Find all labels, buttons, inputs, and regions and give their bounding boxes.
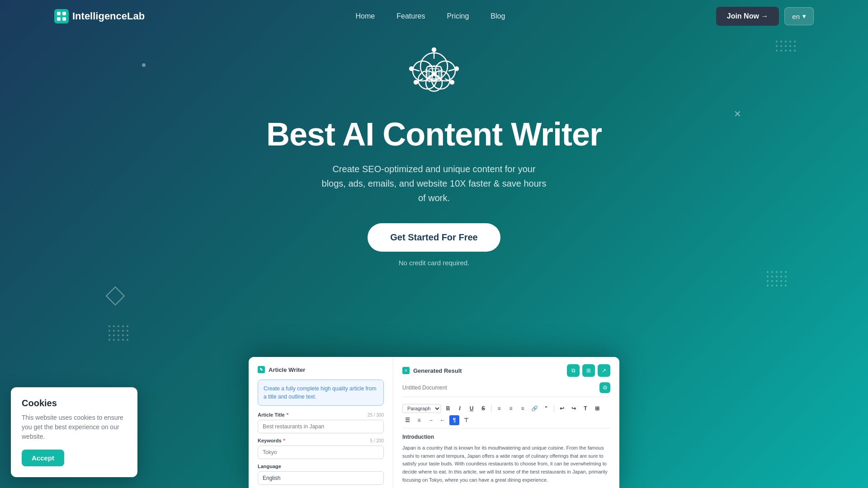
pilcrow-button[interactable]: ¶ [449,415,459,425]
result-actions: ⧉ ⊞ ↗ [567,364,610,377]
download-button[interactable]: ⊞ [582,364,595,377]
nav-blog[interactable]: Blog [491,12,505,20]
share-button[interactable]: ↗ [598,364,610,377]
language-selector[interactable]: en ▾ [784,7,814,25]
article-writer-label: Article Writer [269,366,305,373]
logo-icon [54,9,69,23]
copy-button[interactable]: ⧉ [567,364,580,377]
keywords-count: 5 / 200 [370,438,384,443]
title-field-label: Article Title * 25 / 300 [258,412,384,418]
nav-home[interactable]: Home [356,12,375,20]
strikethrough-button[interactable]: S [478,404,488,413]
svg-rect-4 [62,17,66,21]
more-button[interactable]: ≡ [414,415,424,425]
bold-button[interactable]: B [443,404,453,413]
redo-button[interactable]: ↪ [569,404,579,413]
cookies-banner: Cookies This website uses cookies to ens… [11,387,137,477]
undo-button[interactable]: ↩ [557,404,567,413]
logo[interactable]: IntelligenceLab [54,9,145,23]
quote-button[interactable]: " [541,404,551,413]
svg-point-10 [426,75,442,91]
svg-rect-1 [57,12,61,15]
result-title: ≡ Generated Result [402,367,462,374]
title-required: * [287,412,288,418]
cookies-text: This website uses cookies to ensure you … [22,413,127,441]
toolbar-divider-2 [554,405,554,412]
format-button[interactable]: T [580,404,590,413]
navbar: IntelligenceLab Home Features Pricing Bl… [0,0,868,33]
logo-text: IntelligenceLab [72,10,145,22]
underline-button[interactable]: U [467,404,476,413]
app-right-panel: ≡ Generated Result ⧉ ⊞ ↗ ⚙ Paragraph B I… [393,357,619,488]
get-started-button[interactable]: Get Started For Free [368,223,500,252]
indent-button[interactable]: → [426,415,436,425]
svg-rect-2 [62,12,66,15]
svg-text:AI: AI [432,71,436,76]
hero-subtitle: Create SEO-optimized and unique content … [321,162,547,205]
format-clear-button[interactable]: ⊤ [461,415,471,425]
result-icon: ≡ [402,367,410,374]
article-writer-icon: ✎ [258,366,265,373]
document-title-input[interactable] [402,385,599,391]
app-left-panel: ✎ Article Writer Create a fully complete… [249,357,393,488]
app-preview: ✎ Article Writer Create a fully complete… [249,357,619,488]
hero-title: Best AI Content Writer [266,116,602,153]
nav-features[interactable]: Features [396,12,425,20]
paragraph-select[interactable]: Paragraph [402,404,441,413]
accept-cookies-button[interactable]: Accept [22,450,64,466]
link-button[interactable]: 🔗 [529,404,539,413]
intro-text: Japan is a country that is known for its… [402,444,610,484]
keywords-field-label: Keywords * 5 / 200 [258,438,384,443]
prompt-box: Create a fully complete high quality art… [258,380,384,406]
language-field-label: Language [258,464,384,469]
nav-pricing[interactable]: Pricing [447,12,469,20]
article-title-input[interactable] [258,420,384,433]
language-select[interactable]: English [258,471,384,485]
align-center-button[interactable]: ≡ [506,404,516,413]
toolbar-divider [491,405,491,412]
result-header: ≡ Generated Result ⧉ ⊞ ↗ [402,364,610,377]
svg-point-15 [432,48,436,52]
no-credit-text: No credit card required. [399,259,470,267]
article-writer-header: ✎ Article Writer [258,366,384,373]
chevron-down-icon: ▾ [802,12,806,20]
hero-section: AI Best AI Content Writer Create SEO-opt… [0,33,868,285]
italic-button[interactable]: I [455,404,465,413]
decorative-diamond [106,286,125,305]
table-button[interactable]: ⊞ [592,404,602,413]
cookies-title: Cookies [22,398,127,408]
dot-grid-left [108,325,128,341]
svg-rect-3 [57,17,61,21]
editor-toolbar: Paragraph B I U S ≡ ≡ ≡ 🔗 " ↩ ↪ T ⊞ ☰ ≡ … [402,401,610,428]
close-icon[interactable]: ✕ [734,108,741,119]
svg-rect-0 [54,9,69,23]
intro-heading: Introduction [402,433,610,441]
keywords-input[interactable] [258,446,384,459]
doc-settings-button[interactable]: ⚙ [599,382,610,393]
align-left-button[interactable]: ≡ [494,404,504,413]
doc-title-bar: ⚙ [402,382,610,397]
title-count: 25 / 300 [368,413,384,418]
nav-links: Home Features Pricing Blog [356,12,505,20]
outdent-button[interactable]: ← [438,415,448,425]
ai-brain-icon: AI [402,42,466,105]
lang-label: en [792,13,800,20]
align-right-button[interactable]: ≡ [518,404,528,413]
article-content: Introduction Japan is a country that is … [402,433,610,488]
join-now-button[interactable]: Join Now → [716,7,779,26]
list-button[interactable]: ☰ [402,415,412,425]
nav-right: Join Now → en ▾ [716,7,814,26]
generated-result-label: Generated Result [413,367,462,374]
